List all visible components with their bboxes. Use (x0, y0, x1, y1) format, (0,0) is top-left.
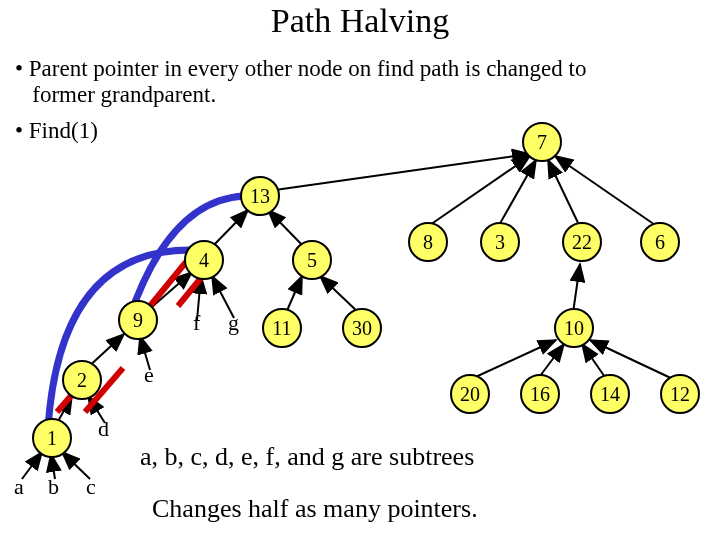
svg-line-21 (22, 452, 42, 479)
node-22: 22 (562, 222, 602, 262)
node-4: 4 (184, 240, 224, 280)
svg-line-0 (268, 154, 530, 191)
leaf-e: e (144, 362, 154, 388)
node-20: 20 (450, 374, 490, 414)
node-3: 3 (480, 222, 520, 262)
node-30: 30 (342, 308, 382, 348)
node-14: 14 (590, 374, 630, 414)
svg-line-4 (555, 156, 658, 227)
node-6: 6 (640, 222, 680, 262)
slide-root: Path Halving • Parent pointer in every o… (0, 0, 720, 540)
leaf-f: f (193, 310, 200, 336)
node-13: 13 (240, 176, 280, 216)
caption-changes: Changes half as many pointers. (152, 494, 478, 524)
node-5: 5 (292, 240, 332, 280)
svg-line-14 (573, 264, 580, 313)
node-12: 12 (660, 374, 700, 414)
node-1: 1 (32, 418, 72, 458)
node-8: 8 (408, 222, 448, 262)
leaf-c: c (86, 474, 96, 500)
leaf-a: a (14, 474, 24, 500)
svg-line-10 (286, 276, 302, 313)
leaf-g: g (228, 310, 239, 336)
node-10: 10 (554, 308, 594, 348)
node-7: 7 (522, 122, 562, 162)
node-11: 11 (262, 308, 302, 348)
node-2: 2 (62, 360, 102, 400)
node-16: 16 (520, 374, 560, 414)
leaf-d: d (98, 416, 109, 442)
caption-subtrees: a, b, c, d, e, f, and g are subtrees (140, 442, 474, 472)
leaf-b: b (48, 474, 59, 500)
svg-line-2 (498, 160, 536, 227)
svg-line-11 (320, 276, 359, 313)
node-9: 9 (118, 300, 158, 340)
